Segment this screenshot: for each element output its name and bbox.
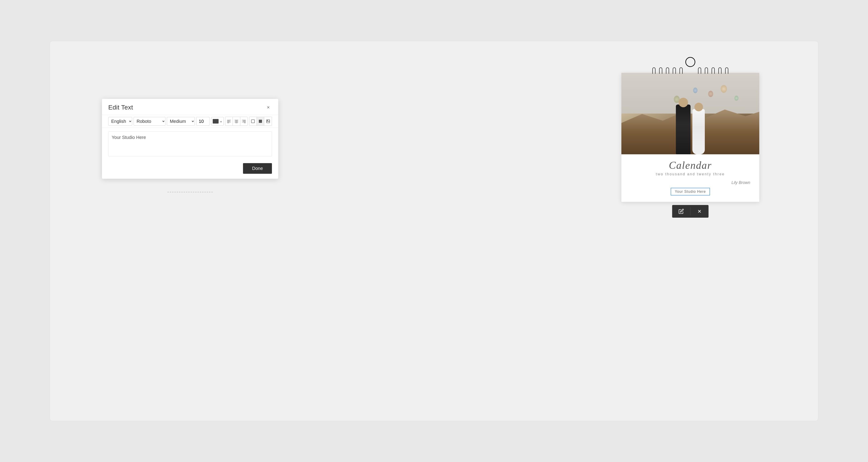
dotted-connector-line — [167, 192, 213, 192]
dialog-close-button[interactable]: × — [265, 104, 272, 111]
balloon-2 — [693, 88, 698, 93]
color-indicator — [213, 119, 219, 123]
person-man — [676, 105, 690, 154]
svg-rect-12 — [251, 120, 254, 123]
spiral-loop — [725, 67, 728, 74]
close-action-button[interactable] — [690, 205, 709, 218]
balloon-5 — [735, 96, 739, 101]
dialog-header: Edit Text × — [102, 99, 278, 115]
spiral-loop — [698, 67, 701, 74]
text-input-area[interactable]: Your Studio Here — [108, 132, 272, 156]
person-woman — [692, 109, 705, 154]
align-left-button[interactable] — [225, 117, 233, 125]
calendar-actions — [672, 205, 709, 218]
svg-point-15 — [267, 120, 268, 121]
font-select[interactable]: Roboto — [133, 117, 165, 125]
spiral-loop — [673, 67, 676, 74]
alignment-group — [225, 117, 248, 126]
text-box-button[interactable] — [257, 117, 264, 125]
edit-text-dialog: Edit Text × English Roboto Medium ▲ — [102, 99, 278, 179]
studio-here-label: Your Studio Here — [671, 188, 710, 196]
edit-action-button[interactable] — [672, 205, 690, 218]
toolbar: English Roboto Medium ▲ — [102, 115, 278, 128]
calendar-subtitle: two thousand and twenty three — [628, 172, 752, 176]
calendar-name: Lily Brown — [628, 180, 752, 185]
dialog-title: Edit Text — [108, 104, 133, 111]
calendar-preview: Calendar two thousand and twenty three L… — [621, 73, 759, 202]
spiral-hook-center — [685, 57, 695, 67]
studio-here-wrapper: Your Studio Here — [628, 188, 752, 196]
calendar-text-section: Calendar two thousand and twenty three L… — [621, 154, 759, 202]
align-right-button[interactable] — [240, 117, 248, 125]
spiral-binding — [621, 62, 759, 74]
color-picker-button[interactable]: ▲ — [211, 117, 224, 125]
calendar-script-title: Calendar — [628, 160, 752, 171]
dialog-footer: Done — [102, 161, 278, 179]
text-area-wrapper: Your Studio Here — [102, 128, 278, 161]
spiral-loop — [659, 67, 662, 74]
spiral-loop — [705, 67, 708, 74]
calendar-photo — [621, 73, 759, 154]
svg-rect-13 — [259, 120, 262, 123]
done-button[interactable]: Done — [243, 163, 272, 174]
style-group — [249, 117, 272, 126]
spiral-loop — [718, 67, 721, 74]
spiral-loop — [652, 67, 655, 74]
font-size-input[interactable] — [196, 117, 210, 125]
spiral-hook-spacer — [685, 67, 695, 74]
couple-silhouette — [672, 98, 708, 154]
align-center-button[interactable] — [233, 117, 240, 125]
color-arrow-icon: ▲ — [220, 120, 222, 123]
language-select[interactable]: English — [108, 117, 132, 125]
weight-select[interactable]: Medium — [167, 117, 195, 125]
spiral-loop — [680, 67, 683, 74]
format-box-button[interactable] — [249, 117, 257, 125]
spiral-loop — [712, 67, 715, 74]
image-button[interactable] — [264, 117, 272, 125]
balloon-4 — [721, 85, 727, 93]
spiral-loop — [666, 67, 669, 74]
main-container: Edit Text × English Roboto Medium ▲ — [50, 41, 818, 421]
